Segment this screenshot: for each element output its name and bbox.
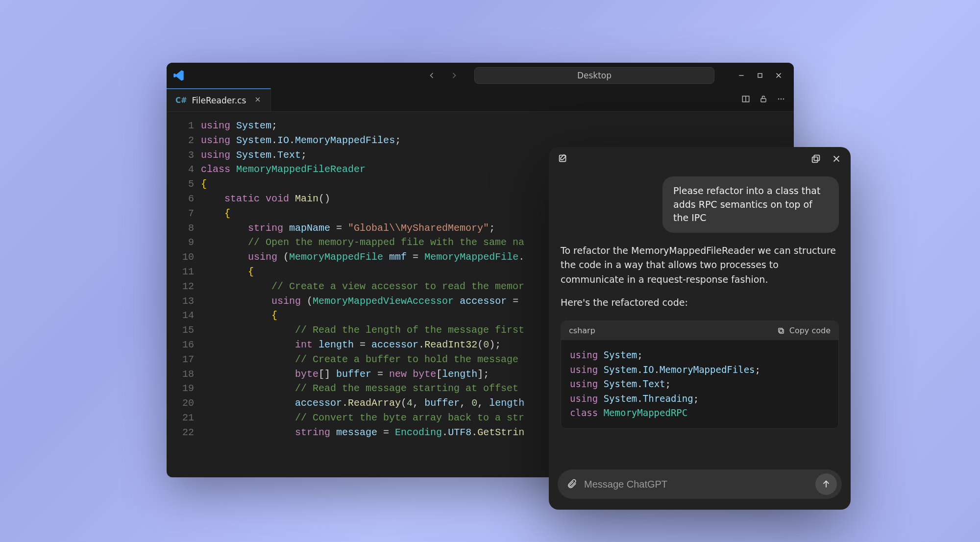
svg-rect-0	[739, 75, 743, 75]
svg-rect-11	[780, 329, 784, 333]
send-button[interactable]	[815, 473, 837, 495]
svg-rect-4	[761, 99, 766, 102]
tab-filereader[interactable]: C# FileReader.cs	[167, 88, 271, 111]
chat-body: Please refactor into a class that adds R…	[549, 172, 851, 463]
pop-out-icon[interactable]	[810, 153, 821, 166]
svg-point-7	[783, 98, 784, 99]
code-card: csharp Copy code using System;using Syst…	[561, 320, 839, 428]
assistant-para: To refactor the MemoryMappedFileReader w…	[561, 244, 839, 287]
chat-input-bar	[558, 469, 842, 499]
chat-close-icon[interactable]	[831, 153, 842, 166]
svg-rect-9	[812, 157, 818, 162]
split-editor-icon[interactable]	[741, 94, 751, 106]
tab-filename: FileReader.cs	[192, 96, 246, 105]
csharp-file-icon: C#	[175, 96, 187, 105]
search-label: Desktop	[577, 71, 612, 80]
user-message-bubble: Please refactor into a class that adds R…	[662, 176, 839, 233]
code-content: using System;using System.IO.MemoryMappe…	[201, 112, 524, 477]
svg-point-6	[781, 98, 782, 99]
editor-actions	[733, 88, 794, 111]
vscode-logo-icon	[172, 69, 185, 82]
copy-code-button[interactable]: Copy code	[777, 326, 831, 335]
more-actions-icon[interactable]	[776, 94, 786, 106]
nav-forward-button[interactable]	[445, 66, 464, 85]
line-number-gutter: 12345678910111213141516171819202122	[167, 112, 201, 477]
assistant-para: Here's the refactored code:	[561, 296, 839, 310]
nav-back-button[interactable]	[422, 66, 441, 85]
chatgpt-panel: Please refactor into a class that adds R…	[549, 147, 851, 510]
chat-header	[549, 147, 851, 172]
window-maximize-button[interactable]	[751, 66, 769, 85]
assistant-message: To refactor the MemoryMappedFileReader w…	[561, 244, 839, 310]
editor-tabbar: C# FileReader.cs	[167, 88, 794, 112]
copy-code-label: Copy code	[789, 326, 831, 335]
window-minimize-button[interactable]	[732, 66, 751, 85]
window-close-button[interactable]	[769, 66, 788, 85]
window-titlebar: Desktop	[167, 63, 794, 88]
tab-close-icon[interactable]	[254, 96, 262, 105]
svg-point-5	[778, 98, 780, 99]
command-center-search[interactable]: Desktop	[474, 67, 714, 84]
svg-rect-12	[778, 328, 782, 332]
attach-icon[interactable]	[566, 478, 577, 491]
lock-icon[interactable]	[759, 94, 768, 106]
new-note-icon[interactable]	[558, 153, 568, 166]
svg-rect-1	[758, 74, 762, 77]
code-language-label: csharp	[569, 326, 595, 335]
user-message-text: Please refactor into a class that adds R…	[673, 185, 820, 223]
code-card-body: using System;using System.IO.MemoryMappe…	[561, 340, 838, 428]
svg-rect-10	[814, 155, 819, 161]
code-card-header: csharp Copy code	[561, 321, 838, 340]
chat-input[interactable]	[584, 479, 808, 490]
